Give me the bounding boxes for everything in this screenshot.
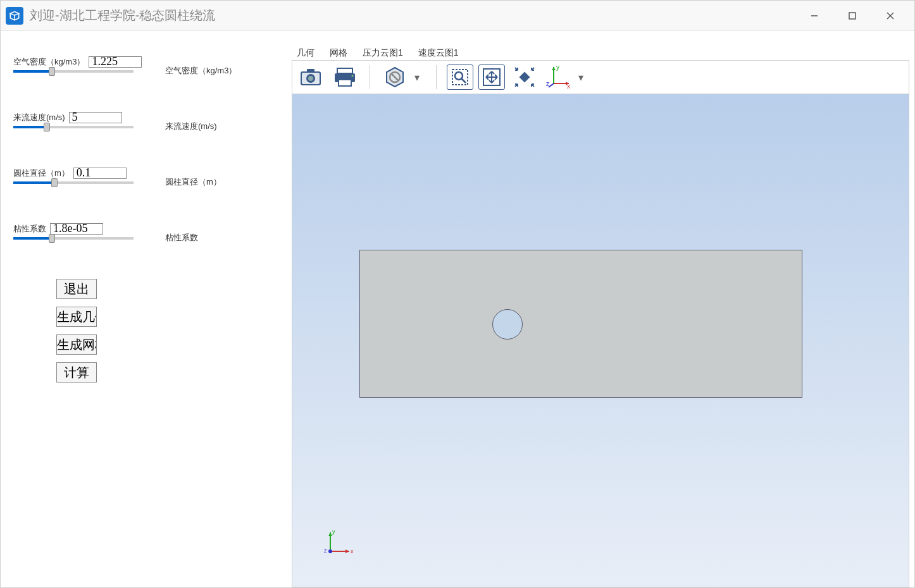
window-title: 刘迎-湖北工程学院-稳态圆柱绕流 — [30, 7, 215, 24]
param-diameter: 圆柱直径（m） 0.1 圆柱直径（m） — [13, 168, 279, 200]
svg-text:y: y — [556, 64, 559, 71]
disable-button[interactable] — [380, 63, 409, 91]
svg-text:y: y — [332, 529, 335, 535]
toolbar-separator — [370, 65, 370, 89]
minimize-button[interactable] — [795, 3, 833, 28]
density-input[interactable]: 1.225 — [89, 56, 142, 68]
param-right-label: 空气密度（kg/m3） — [165, 65, 237, 77]
svg-line-27 — [549, 83, 554, 87]
density-slider[interactable] — [13, 70, 134, 73]
app-icon — [6, 7, 23, 25]
svg-text:x: x — [567, 83, 570, 90]
parameter-panel: 空气密度（kg/m3） 1.225 空气密度（kg/m3） 来流速度(m/s) … — [1, 31, 292, 587]
param-right-label: 来流速度(m/s) — [165, 121, 217, 132]
param-velocity: 来流速度(m/s) 5 来流速度(m/s) — [13, 112, 279, 145]
toolbar-separator — [436, 65, 437, 89]
param-right-label: 圆柱直径（m） — [165, 176, 221, 188]
zoom-box-button[interactable] — [447, 64, 473, 90]
domain-rectangle — [359, 250, 802, 398]
param-label: 粘性系数 — [13, 223, 46, 235]
screenshot-button[interactable] — [296, 63, 325, 91]
diameter-slider[interactable] — [13, 181, 134, 184]
cylinder-circle — [492, 309, 523, 340]
axis-gizmo-icon: x y z — [323, 527, 354, 561]
svg-rect-11 — [339, 80, 351, 86]
param-viscosity: 粘性系数 1.8e-05 粘性系数 — [13, 223, 279, 256]
svg-marker-32 — [345, 549, 349, 553]
tab-mesh[interactable]: 网格 — [330, 47, 347, 59]
titlebar: 刘迎-湖北工程学院-稳态圆柱绕流 — [1, 1, 914, 31]
velocity-slider[interactable] — [13, 126, 134, 128]
dropdown-icon[interactable]: ▾ — [414, 71, 426, 83]
svg-point-35 — [328, 549, 332, 553]
viscosity-slider[interactable] — [13, 237, 134, 240]
svg-point-7 — [308, 76, 313, 81]
svg-text:z: z — [546, 80, 549, 87]
geometry-viewport[interactable]: x y z — [292, 94, 909, 587]
viewport-toolbar: ▾ x y z — [292, 60, 909, 94]
compute-button[interactable]: 计算 — [56, 362, 97, 383]
tab-geometry[interactable]: 几何 — [297, 47, 314, 59]
dropdown-icon[interactable]: ▾ — [578, 71, 590, 83]
print-button[interactable] — [330, 63, 359, 91]
fit-view-button[interactable] — [478, 64, 505, 90]
velocity-input[interactable]: 5 — [69, 112, 122, 123]
svg-marker-26 — [552, 67, 556, 70]
svg-rect-22 — [520, 72, 530, 83]
svg-rect-9 — [337, 68, 352, 73]
diameter-input[interactable]: 0.1 — [73, 168, 127, 179]
svg-point-12 — [352, 75, 354, 77]
fit-diagonal-button[interactable] — [510, 63, 539, 91]
viscosity-input[interactable]: 1.8e-05 — [50, 223, 103, 235]
param-right-label: 粘性系数 — [165, 232, 198, 243]
svg-text:z: z — [324, 548, 327, 554]
svg-text:x: x — [351, 548, 354, 554]
param-label: 空气密度（kg/m3） — [13, 56, 85, 68]
svg-rect-1 — [849, 13, 856, 19]
maximize-button[interactable] — [833, 3, 871, 28]
generate-mesh-button[interactable]: 生成网格 — [56, 334, 97, 355]
close-button[interactable] — [871, 3, 909, 28]
exit-button[interactable]: 退出 — [56, 279, 97, 299]
axis-orientation-button[interactable]: x y z — [544, 63, 573, 91]
svg-rect-8 — [307, 69, 314, 73]
svg-line-18 — [461, 78, 466, 83]
view-tabs: 几何 网格 压力云图1 速度云图1 — [292, 46, 909, 60]
param-label: 来流速度(m/s) — [13, 112, 65, 123]
tab-velocity[interactable]: 速度云图1 — [418, 47, 459, 59]
tab-pressure[interactable]: 压力云图1 — [363, 47, 403, 59]
generate-geometry-button[interactable]: 生成几何 — [56, 307, 97, 327]
param-density: 空气密度（kg/m3） 1.225 空气密度（kg/m3） — [13, 56, 279, 89]
param-label: 圆柱直径（m） — [13, 168, 70, 179]
